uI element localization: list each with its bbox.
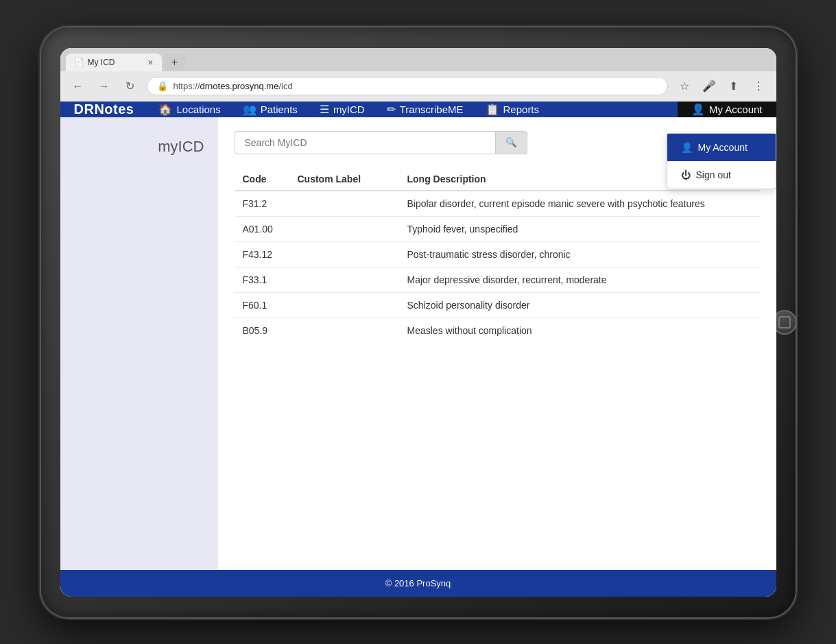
new-tab-button[interactable]: + <box>165 53 185 71</box>
app-content: DRNotes 🏠 Locations 👥 Patients ☰ myICD <box>60 102 776 597</box>
tab-favicon-icon: 📄 <box>74 58 84 67</box>
dropdown-sign-out-label: Sign out <box>696 169 731 180</box>
cell-description: Schizoid personality disorder <box>399 292 760 318</box>
sidebar: myICD <box>60 117 218 570</box>
nav-label-reports: Reports <box>503 104 540 115</box>
reload-button[interactable]: ↻ <box>121 77 140 96</box>
nav-label-transcribeme: TranscribeME <box>400 104 464 115</box>
cell-custom-label <box>289 267 399 292</box>
patients-icon: 👥 <box>243 103 256 116</box>
more-button[interactable]: ⋮ <box>749 77 768 96</box>
browser-chrome: 📄 My ICD × + ← → ↻ 🔒 https://drnotes.pro… <box>60 48 776 102</box>
nav-label-locations: Locations <box>176 104 220 115</box>
cell-code: F33.1 <box>235 267 289 292</box>
url-domain: drnotes.prosynq.me <box>200 81 279 91</box>
search-button[interactable]: 🔍 <box>495 131 527 154</box>
back-button[interactable]: ← <box>69 77 88 96</box>
transcribeme-icon: ✏ <box>387 103 396 116</box>
nav-item-transcribeme[interactable]: ✏ TranscribeME <box>376 102 475 117</box>
nav-item-locations[interactable]: 🏠 Locations <box>147 102 231 117</box>
cell-description: Measles without complication <box>399 318 760 343</box>
my-account-icon: 👤 <box>691 103 705 116</box>
cell-description: Typhoid fever, unspecified <box>399 216 760 241</box>
column-header-code: Code <box>235 168 289 191</box>
nav-item-myicd[interactable]: ☰ myICD <box>309 102 376 117</box>
table-row[interactable]: F43.12Post-traumatic stress disorder, ch… <box>235 241 760 267</box>
bookmark-button[interactable]: ☆ <box>675 77 694 96</box>
dropdown-item-sign-out[interactable]: ⏻ Sign out <box>667 161 776 189</box>
myicd-icon: ☰ <box>320 103 329 116</box>
tab-close-button[interactable]: × <box>147 58 153 67</box>
navbar-right: 👤 My Account 👤 My Account ⏻ Sign out <box>678 102 776 117</box>
cell-description: Major depressive disorder, recurrent, mo… <box>399 267 760 292</box>
cell-custom-label <box>289 216 399 241</box>
navbar-brand[interactable]: DRNotes <box>60 102 148 117</box>
column-header-custom-label: Custom Label <box>289 168 399 191</box>
cell-code: F43.12 <box>235 241 289 267</box>
footer-text: © 2016 ProSynq <box>385 578 451 588</box>
cell-custom-label <box>289 292 399 318</box>
address-bar: ← → ↻ 🔒 https://drnotes.prosynq.me/icd ☆… <box>60 71 776 102</box>
browser-actions: ☆ 🎤 ⬆ ⋮ <box>675 77 768 96</box>
search-input[interactable] <box>235 131 495 154</box>
nav-item-reports[interactable]: 📋 Reports <box>475 102 551 117</box>
nav-label-my-account: My Account <box>709 104 763 115</box>
dropdown-my-account-label: My Account <box>698 142 748 153</box>
table-row[interactable]: F31.2Bipolar disorder, current episode m… <box>235 191 760 217</box>
table-row[interactable]: B05.9Measles without complication <box>235 318 760 343</box>
url-text: https://drnotes.prosynq.me/icd <box>174 81 658 91</box>
table-row[interactable]: F60.1Schizoid personality disorder <box>235 292 760 318</box>
sidebar-title: myICD <box>158 138 204 156</box>
microphone-button[interactable]: 🎤 <box>700 77 719 96</box>
reports-icon: 📋 <box>486 103 499 116</box>
dropdown-sign-out-icon: ⏻ <box>681 169 691 180</box>
account-dropdown: 👤 My Account ⏻ Sign out <box>667 133 776 189</box>
tablet-frame: 📄 My ICD × + ← → ↻ 🔒 https://drnotes.pro… <box>41 27 796 617</box>
dropdown-my-account-icon: 👤 <box>681 142 693 153</box>
cell-description: Bipolar disorder, current episode manic … <box>399 191 760 217</box>
nav-label-patients: Patients <box>261 104 298 115</box>
active-tab[interactable]: 📄 My ICD × <box>66 53 162 71</box>
table-row[interactable]: F33.1Major depressive disorder, recurren… <box>235 267 760 292</box>
cell-code: B05.9 <box>235 318 289 343</box>
cell-custom-label <box>289 318 399 343</box>
ssl-icon: 🔒 <box>157 81 168 91</box>
tab-title: My ICD <box>88 58 144 67</box>
cell-custom-label <box>289 241 399 267</box>
url-path: /icd <box>278 81 292 91</box>
cell-custom-label <box>289 191 399 217</box>
cell-code: F31.2 <box>235 191 289 217</box>
url-bar[interactable]: 🔒 https://drnotes.prosynq.me/icd <box>147 77 668 95</box>
share-button[interactable]: ⬆ <box>724 77 743 96</box>
navbar: DRNotes 🏠 Locations 👥 Patients ☰ myICD <box>60 102 776 117</box>
search-icon: 🔍 <box>505 137 517 147</box>
nav-item-patients[interactable]: 👥 Patients <box>232 102 309 117</box>
dropdown-item-my-account[interactable]: 👤 My Account <box>667 134 776 161</box>
table-row[interactable]: A01.00Typhoid fever, unspecified <box>235 216 760 241</box>
home-icon: 🏠 <box>158 103 172 116</box>
cell-description: Post-traumatic stress disorder, chronic <box>399 241 760 267</box>
url-scheme: https:// <box>174 81 200 91</box>
nav-label-myicd: myICD <box>333 104 365 115</box>
tab-bar: 📄 My ICD × + <box>60 48 776 71</box>
forward-button[interactable]: → <box>95 77 114 96</box>
navbar-items: 🏠 Locations 👥 Patients ☰ myICD ✏ Transcr… <box>147 102 678 117</box>
cell-code: F60.1 <box>235 292 289 318</box>
icd-table: Code Custom Label Long Description F31.2… <box>235 168 760 343</box>
nav-item-my-account[interactable]: 👤 My Account <box>678 102 776 117</box>
browser-window: 📄 My ICD × + ← → ↻ 🔒 https://drnotes.pro… <box>60 48 776 597</box>
app-footer: © 2016 ProSynq <box>60 570 776 597</box>
cell-code: A01.00 <box>235 216 289 241</box>
